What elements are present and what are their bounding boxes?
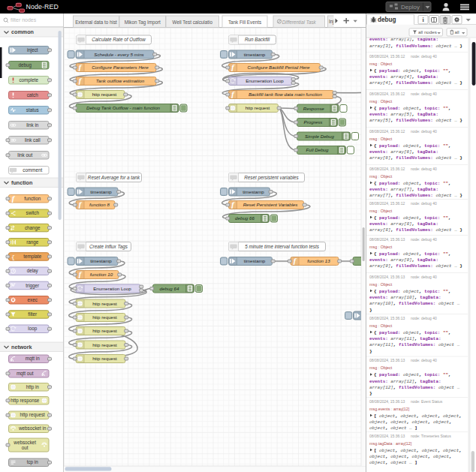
svg-text:Configure Backfill Period Here: Configure Backfill Period Here <box>248 65 310 70</box>
svg-text:Full Debug: Full Debug <box>306 147 329 152</box>
svg-text:link out: link out <box>17 152 32 158</box>
svg-text:Tank Fill Events: Tank Fill Events <box>228 20 261 25</box>
svg-text:inject: inject <box>27 47 38 53</box>
svg-text:mqtt out: mqtt out <box>17 371 34 377</box>
svg-text:out: out <box>22 445 29 450</box>
svg-text:{ payload: object, topic: "",: { payload: object, topic: "", <box>374 251 451 257</box>
svg-text:node: debug 40: node: debug 40 <box>411 237 437 242</box>
svg-text:External data to hist: External data to hist <box>75 20 117 25</box>
svg-text:{ payload: object, topic: "",: { payload: object, topic: "", <box>374 372 451 377</box>
svg-text:msg : Object: msg : Object <box>369 323 393 328</box>
svg-text:http in: http in <box>26 384 40 390</box>
svg-text:events: array[6], tagData:: events: array[6], tagData: <box>369 149 438 155</box>
svg-text:object, object, object, object: object, object, object, object, <box>369 454 452 459</box>
svg-text:debug 66: debug 66 <box>235 215 255 221</box>
svg-text:mqtt in: mqtt in <box>26 356 40 362</box>
svg-text:events: array[12], tagData:: events: array[12], tagData: <box>369 379 441 384</box>
svg-text:all nodes: all nodes <box>418 29 437 35</box>
svg-text:http request: http request <box>246 105 270 110</box>
svg-text:delay: delay <box>27 268 39 274</box>
svg-text:node: debug 40: node: debug 40 <box>411 54 437 59</box>
svg-text:template: template <box>23 254 42 260</box>
svg-text:{ payload: object, topic: "",: { payload: object, topic: "", <box>374 181 451 186</box>
svg-text:events: array[8], tagData:: events: array[8], tagData: <box>369 221 438 227</box>
svg-text:timestamp: timestamp <box>90 258 112 263</box>
svg-text:Response: Response <box>303 106 324 111</box>
svg-text:filter nodes: filter nodes <box>11 17 37 23</box>
svg-text:msg : Object: msg : Object <box>369 137 393 141</box>
svg-text:msg : Object: msg : Object <box>369 174 393 179</box>
svg-text:node: debug 40: node: debug 40 <box>411 201 437 206</box>
svg-text:node: Event Status: node: Event Status <box>411 399 443 404</box>
svg-text:events: array[10], tagData:: events: array[10], tagData: <box>369 295 441 300</box>
svg-text:08/08/2024, 15:36:13: 08/08/2024, 15:36:13 <box>369 399 405 404</box>
svg-text:array[12], filledVolumes: obje: array[12], filledVolumes: object … <box>369 385 460 390</box>
svg-text:Differential Task: Differential Task <box>282 20 317 25</box>
svg-text:array[3], filledVolumes: objec: array[3], filledVolumes: object … } <box>369 44 462 49</box>
svg-text:http request: http request <box>92 342 117 347</box>
svg-text:Enumeration Loop: Enumeration Loop <box>93 286 131 291</box>
svg-text:{: { <box>11 254 15 260</box>
svg-text:08/08/2024, 15:36:12: 08/08/2024, 15:36:12 <box>369 54 405 59</box>
svg-text:events: array[5], tagData:: events: array[5], tagData: <box>369 112 438 117</box>
svg-text:msg.tagData : array[12]: msg.tagData : array[12] <box>369 441 412 446</box>
svg-text:websocket in: websocket in <box>18 425 47 431</box>
svg-text:status: status <box>26 107 39 113</box>
svg-text:msg : Object: msg : Object <box>369 99 393 104</box>
svg-text:Debug Tank Outflow - main func: Debug Tank Outflow - main function <box>86 105 161 110</box>
svg-text:Enumeration Loop: Enumeration Loop <box>246 78 284 83</box>
svg-text:link call: link call <box>25 137 41 143</box>
svg-text:node: debug 40: node: debug 40 <box>411 358 437 362</box>
svg-text:msg : Object: msg : Object <box>369 282 393 287</box>
svg-text:node: Timeseries Status: node: Timeseries Status <box>411 434 451 438</box>
svg-text:loop: loop <box>28 326 37 332</box>
svg-text:common: common <box>11 29 34 35</box>
svg-text:http request: http request <box>92 356 117 361</box>
svg-text:http response: http response <box>11 398 40 404</box>
svg-text:08/08/2024, 15:36:13: 08/08/2024, 15:36:13 <box>369 237 405 242</box>
svg-text:Reset Persistent Variables: Reset Persistent Variables <box>243 202 298 207</box>
svg-text:node: debug 40: node: debug 40 <box>411 92 437 96</box>
svg-text:function: function <box>11 179 32 186</box>
svg-text:array[7], filledVolumes: objec: array[7], filledVolumes: object … } <box>369 193 462 198</box>
svg-text:Well Test calculatio: Well Test calculatio <box>173 20 213 25</box>
svg-text:08/08/2024, 15:36:13: 08/08/2024, 15:36:13 <box>369 434 405 438</box>
svg-text:Backfill tank flow data main f: Backfill tank flow data main function <box>249 92 323 97</box>
svg-text:Create Influx Tags: Create Influx Tags <box>89 244 128 250</box>
svg-text:}: } <box>369 308 372 313</box>
svg-text:timestamp: timestamp <box>90 189 112 194</box>
svg-text:{ payload: object, topic: "",: { payload: object, topic: "", <box>374 215 451 221</box>
svg-text:object, object … ]: object, object … ] <box>369 460 417 465</box>
svg-text:http request: http request <box>92 92 117 97</box>
svg-text:Node-RED: Node-RED <box>26 3 59 11</box>
svg-text:08/08/2024, 15:36:13: 08/08/2024, 15:36:13 <box>369 358 405 362</box>
svg-text:msg : Object: msg : Object <box>369 62 393 66</box>
svg-text:object, object … ]: object, object … ] <box>369 425 417 431</box>
svg-text:catch: catch <box>27 92 39 98</box>
svg-text:Calculate Rate of Outflow: Calculate Rate of Outflow <box>92 37 146 42</box>
svg-text:complete: complete <box>19 77 38 83</box>
svg-text:function 8: function 8 <box>89 202 110 207</box>
svg-text:debug: debug <box>378 17 396 23</box>
svg-text:Run Backfill: Run Backfill <box>245 37 270 42</box>
svg-text:http request: http request <box>92 328 117 333</box>
svg-text:array[9], filledVolumes: objec: array[9], filledVolumes: object … } <box>369 263 462 269</box>
svg-text:Schedule - every 5 mins: Schedule - every 5 mins <box>94 52 143 57</box>
svg-text:08/08/2024, 15:36:12: 08/08/2024, 15:36:12 <box>369 92 405 96</box>
svg-text:filter: filter <box>28 311 37 317</box>
svg-text:all: all <box>455 29 459 35</box>
svg-text:events: array[11], tagData:: events: array[11], tagData: <box>369 336 441 341</box>
svg-text:timestamp: timestamp <box>244 52 266 57</box>
svg-text:msg : Object: msg : Object <box>369 245 393 249</box>
svg-text:{ payload: object, topic: "",: { payload: object, topic: "", <box>374 289 451 294</box>
svg-text:node: debug 40: node: debug 40 <box>411 129 437 134</box>
svg-text:Mikon Tag Import: Mikon Tag Import <box>125 20 161 26</box>
svg-text:Tank outflow estimation: Tank outflow estimation <box>96 78 145 83</box>
svg-text:timestamp: timestamp <box>243 189 264 194</box>
svg-text:msg : Object: msg : Object <box>369 365 393 370</box>
svg-text:Progress: Progress <box>304 119 323 125</box>
svg-text:array[11], filledVolumes: obje: array[11], filledVolumes: object … <box>369 342 460 347</box>
svg-text:[ object, object, object, obje: [ object, object, object, object, <box>374 448 462 453</box>
svg-text:array[6], filledVolumes: objec: array[6], filledVolumes: object … } <box>369 155 462 161</box>
svg-text:array[4], filledVolumes: objec: array[4], filledVolumes: object … } <box>369 80 462 86</box>
